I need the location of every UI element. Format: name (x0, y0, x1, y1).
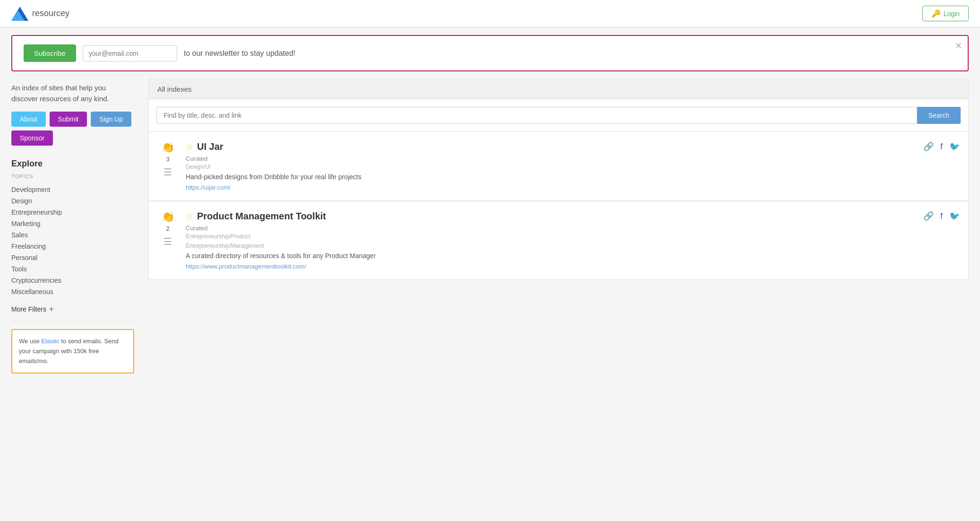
facebook-share-icon[interactable]: f (940, 142, 943, 152)
star-icon[interactable]: ☆ (186, 142, 193, 152)
resource-desc: Hand-picked designs from Dribbble for yo… (186, 173, 916, 181)
resource-title-row: ☆ Product Management Toolkit (186, 211, 916, 222)
sponsor-button[interactable]: Sponsor (11, 130, 53, 146)
resource-category-2: Entrepreneurship/Management (186, 243, 916, 249)
logo-text: resourcey (32, 9, 69, 18)
twitter-share-icon[interactable]: 🐦 (949, 141, 960, 152)
link-share-icon[interactable]: 🔗 (923, 141, 934, 152)
topics-list: Development Design Entrepreneurship Mark… (11, 184, 134, 297)
resource-link[interactable]: https://www.productmanagementtoolkit.com… (186, 263, 306, 270)
share-icons: 🔗 f 🐦 (923, 141, 960, 152)
menu-lines-icon: ☰ (163, 236, 172, 247)
resource-link[interactable]: https://uijar.com/ (186, 184, 231, 191)
resource-info: ☆ UI Jar Curated Design/UI Hand-picked d… (186, 141, 916, 191)
topic-marketing[interactable]: Marketing (11, 218, 134, 229)
resource-info: ☆ Product Management Toolkit Curated Ent… (186, 211, 916, 270)
resource-title-row: ☆ UI Jar (186, 141, 916, 152)
resource-desc: A curated directory of resources & tools… (186, 252, 916, 260)
vote-emoji[interactable]: 👏 (162, 211, 174, 223)
star-icon[interactable]: ☆ (186, 211, 193, 222)
more-filters-plus-icon: + (49, 305, 53, 313)
topic-development[interactable]: Development (11, 184, 134, 195)
logo-area: resourcey (11, 7, 69, 21)
topics-label: TOPICS (11, 174, 134, 179)
tagline: An index of sites that help you discover… (11, 83, 134, 104)
login-button[interactable]: 🔑 Login (922, 6, 969, 21)
resource-card: 👏 2 ☰ ☆ Product Management Toolkit Curat… (148, 201, 969, 280)
topic-tools[interactable]: Tools (11, 263, 134, 275)
resource-category-1: Entrepreneurship/Product (186, 233, 916, 240)
header: resourcey 🔑 Login (0, 0, 980, 27)
vote-count: 3 (166, 156, 169, 163)
elastic-link[interactable]: Elastic (41, 338, 59, 345)
subscribe-button[interactable]: Subscribe (24, 44, 76, 62)
about-button[interactable]: About (11, 112, 46, 127)
resource-tag: Curated (186, 225, 916, 232)
vote-section: 👏 2 ☰ (157, 211, 178, 247)
search-input[interactable] (156, 107, 917, 124)
vote-count: 2 (166, 225, 169, 232)
vote-emoji[interactable]: 👏 (162, 141, 174, 154)
logo-icon (11, 7, 28, 21)
vote-section: 👏 3 ☰ (157, 141, 178, 178)
close-banner-button[interactable]: ✕ (955, 41, 962, 51)
resource-title: UI Jar (197, 141, 224, 152)
content-area: All indexes Search 👏 3 ☰ ☆ UI Jar Curate… (148, 79, 969, 373)
search-button[interactable]: Search (917, 107, 961, 124)
link-share-icon[interactable]: 🔗 (923, 211, 934, 221)
key-icon: 🔑 (931, 9, 941, 18)
email-input[interactable] (83, 45, 177, 61)
topic-design[interactable]: Design (11, 195, 134, 207)
resource-title: Product Management Toolkit (197, 211, 326, 222)
ad-box: We use Elastic to send emails. Send your… (11, 329, 134, 373)
resource-category: Design/UI (186, 164, 916, 170)
topic-freelancing[interactable]: Freelancing (11, 241, 134, 252)
newsletter-banner: Subscribe to our newsletter to stay upda… (11, 35, 969, 71)
signup-button[interactable]: Sign Up (91, 112, 131, 127)
main-content: An index of sites that help you discover… (0, 79, 980, 385)
nav-buttons: About Submit Sign Up Sponsor (11, 112, 134, 146)
share-icons: 🔗 f 🐦 (923, 211, 960, 221)
topic-personal[interactable]: Personal (11, 252, 134, 263)
resource-card: 👏 3 ☰ ☆ UI Jar Curated Design/UI Hand-pi… (148, 132, 969, 201)
twitter-share-icon[interactable]: 🐦 (949, 211, 960, 221)
topic-entrepreneurship[interactable]: Entrepreneurship (11, 207, 134, 218)
more-filters[interactable]: More Filters + (11, 305, 134, 321)
search-bar: Search (148, 99, 969, 132)
topic-miscellaneous[interactable]: Miscellaneous (11, 286, 134, 297)
newsletter-text: to our newsletter to stay updated! (184, 49, 296, 58)
topic-cryptocurrencies[interactable]: Cryptocurrencies (11, 275, 134, 286)
sidebar: An index of sites that help you discover… (11, 79, 148, 373)
facebook-share-icon[interactable]: f (940, 211, 943, 221)
menu-lines-icon: ☰ (163, 166, 172, 178)
all-indexes-header: All indexes (148, 79, 969, 99)
explore-title: Explore (11, 159, 134, 169)
resource-tag: Curated (186, 155, 916, 162)
topic-sales[interactable]: Sales (11, 229, 134, 241)
submit-button[interactable]: Submit (50, 112, 87, 127)
